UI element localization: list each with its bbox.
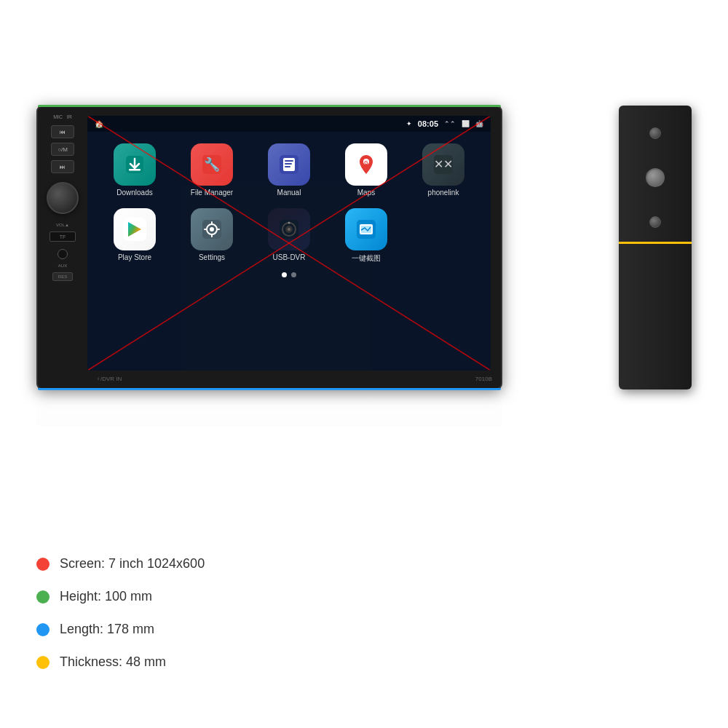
aux-port [58, 249, 68, 259]
spec-height: Height: 100 mm [36, 589, 205, 604]
spec-thickness-text: Thickness: 48 mm [60, 654, 166, 670]
phonelink-label: phonelink [428, 189, 459, 197]
prev-button[interactable]: ⏮ [51, 125, 74, 138]
filemanager-icon-img: 🔧 [191, 143, 233, 186]
mode-button[interactable]: ○/M [51, 143, 74, 156]
manual-label: Manual [277, 189, 301, 197]
app-usbdvr[interactable]: USB-DVR [256, 208, 322, 264]
screw-bottom [649, 216, 661, 228]
left-control-panel: MIC IR ⏮ ○/M ⏭ VOL▲ TF AUX RES [38, 107, 87, 388]
filemanager-label: File Manager [191, 189, 233, 197]
svg-point-26 [288, 222, 290, 224]
svg-rect-7 [285, 163, 292, 165]
volume-knob[interactable] [47, 182, 79, 214]
spec-length-text: Length: 178 mm [60, 622, 154, 637]
spec-dot-green [36, 590, 50, 604]
vol-label: VOL▲ [56, 223, 69, 227]
svg-rect-21 [216, 229, 220, 230]
usbdvr-label: USB-DVR [272, 253, 305, 261]
playstore-icon-img [114, 208, 156, 250]
aux-label: AUX [58, 264, 67, 268]
svg-text:🔧: 🔧 [204, 157, 221, 173]
screenshot-icon-img [345, 208, 387, 250]
maps-label: Maps [357, 189, 375, 197]
android-icon: 🤖 [475, 120, 483, 127]
spec-height-text: Height: 100 mm [60, 589, 152, 604]
spec-screen-text: Screen: 7 inch 1024x600 [60, 556, 205, 571]
tf-slot: TF [50, 232, 76, 242]
stereo-bottom-bar: ♀/DVR IN 7010B [87, 376, 501, 382]
spec-length: Length: 178 mm [36, 622, 205, 637]
app-maps[interactable]: G Maps [333, 143, 399, 197]
screen-display[interactable]: 🏠 ✦ 08:05 ⌃⌃ ⬜ 🤖 [87, 116, 491, 371]
side-view-unit [619, 106, 692, 389]
svg-point-25 [288, 228, 290, 231]
svg-rect-20 [204, 229, 207, 230]
svg-text:✕✕: ✕✕ [434, 158, 453, 170]
app-manual[interactable]: Manual [256, 143, 322, 197]
maps-icon-img: G [345, 143, 387, 186]
spec-dot-blue [36, 623, 50, 636]
home-icon: 🏠 [95, 120, 103, 128]
playstore-label: Play Store [118, 253, 151, 261]
svg-rect-1 [129, 169, 141, 171]
svg-rect-6 [285, 160, 293, 162]
page-dots [87, 272, 491, 277]
side-knob [646, 168, 665, 187]
stereo-unit-front: MIC IR ⏮ ○/M ⏭ VOL▲ TF AUX RES 🏠 ✦ 08:05… [36, 106, 502, 389]
status-bar: 🏠 ✦ 08:05 ⌃⌃ ⬜ 🤖 [87, 116, 491, 132]
manual-icon-img [268, 143, 310, 186]
window-icon: ⬜ [462, 120, 470, 127]
app-filemanager[interactable]: 🔧 File Manager [179, 143, 245, 197]
spec-screen: Screen: 7 inch 1024x600 [36, 556, 205, 571]
app-screenshot[interactable]: 一键截图 [333, 208, 399, 264]
phonelink-icon-img: ✕✕ [422, 143, 464, 186]
clock-display: 08:05 [418, 119, 438, 128]
settings-icon-img [191, 208, 233, 250]
yellow-stripe [619, 242, 692, 244]
svg-rect-19 [211, 234, 213, 237]
main-container: MIC IR ⏮ ○/M ⏭ VOL▲ TF AUX RES 🏠 ✦ 08:05… [0, 0, 728, 728]
screw-top [649, 127, 661, 139]
downloads-label: Downloads [116, 189, 152, 197]
stereo-reflection [36, 389, 502, 426]
usbdvr-icon-img [268, 208, 310, 250]
settings-label: Settings [199, 253, 225, 261]
screenshot-label: 一键截图 [352, 253, 381, 264]
empty-slot [411, 208, 453, 264]
dvr-label: ♀/DVR IN [96, 376, 122, 382]
dot-inactive [291, 272, 296, 277]
res-button[interactable]: RES [52, 272, 73, 281]
svg-rect-18 [211, 221, 213, 225]
model-label: 7010B [475, 376, 492, 382]
svg-point-17 [210, 227, 214, 232]
spec-dot-yellow [36, 656, 50, 669]
app-grid-row1: Downloads 🔧 File Manager [87, 132, 491, 208]
downloads-icon-img [114, 143, 156, 186]
specs-section: Screen: 7 inch 1024x600 Height: 100 mm L… [36, 556, 205, 670]
app-playstore[interactable]: Play Store [102, 208, 167, 264]
app-grid-row2: Play Store Setting [87, 208, 491, 264]
spec-thickness: Thickness: 48 mm [36, 654, 205, 670]
signal-icon: ⌃⌃ [444, 120, 456, 127]
bluetooth-icon: ✦ [406, 120, 412, 127]
app-downloads[interactable]: Downloads [102, 143, 167, 197]
status-left: 🏠 [95, 120, 103, 128]
app-phonelink[interactable]: ✕✕ phonelink [411, 143, 476, 197]
next-button[interactable]: ⏭ [51, 160, 74, 173]
svg-rect-8 [285, 166, 290, 167]
svg-text:G: G [364, 160, 368, 165]
dot-active [282, 272, 287, 277]
app-settings[interactable]: Settings [179, 208, 245, 264]
spec-dot-red [36, 558, 50, 571]
